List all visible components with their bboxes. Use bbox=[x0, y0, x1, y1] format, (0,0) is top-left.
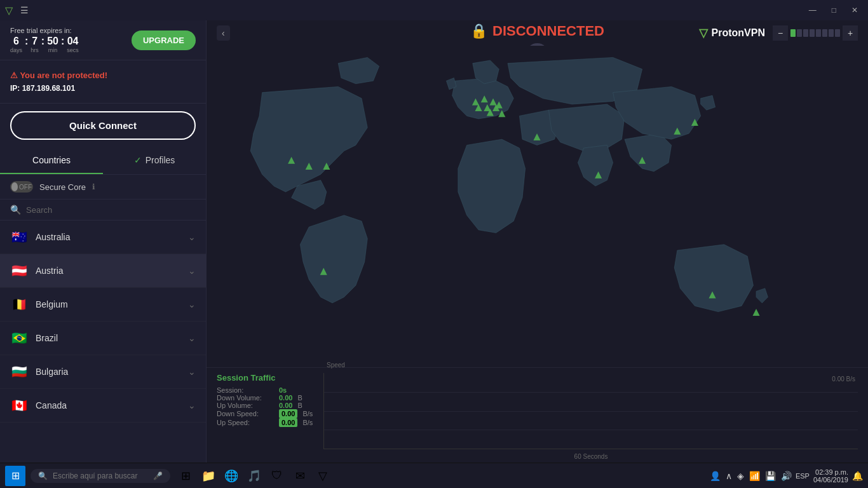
timer-sep3: : bbox=[61, 36, 64, 47]
brand-area: ▽ ProtonVPN − + bbox=[699, 25, 858, 41]
traffic-downspeed-row: Down Speed: 0.00 B/s bbox=[217, 409, 318, 418]
notification-icon[interactable]: 🔔 bbox=[852, 471, 863, 481]
window-controls: — □ ✕ bbox=[804, 3, 863, 17]
spotify-button[interactable]: 🎵 bbox=[244, 466, 264, 486]
taskbar-search-box[interactable]: 🔍 🎤 bbox=[31, 469, 170, 483]
svg-marker-19 bbox=[753, 309, 760, 316]
file-explorer-button[interactable]: 📁 bbox=[198, 466, 219, 486]
speed-chart: Session Traffic Session: 0s Down Volume:… bbox=[207, 367, 868, 463]
country-item-australia[interactable]: 🇦🇺 Australia ⌄ bbox=[0, 220, 206, 254]
status-section: ⚠ You are not protected! IP: 187.189.68.… bbox=[0, 60, 206, 104]
taskbar-clock: 02:39 p.m. 04/06/2019 bbox=[813, 468, 848, 484]
bulgaria-expand-icon[interactable]: ⌄ bbox=[188, 367, 196, 377]
zoom-seg2 bbox=[797, 29, 802, 37]
traffic-upspeed-row: Up Speed: 0.00 B/s bbox=[217, 418, 318, 427]
traffic-upvol-row: Up Volume: 0.00 B bbox=[217, 402, 318, 409]
upgrade-button[interactable]: UPGRADE bbox=[132, 30, 196, 50]
speed-axis-label: Speed bbox=[327, 362, 345, 369]
taskbar-search-input[interactable] bbox=[53, 471, 148, 480]
taskbar-apps: ⊞ 📁 🌐 🎵 🛡 ✉ ▽ bbox=[175, 466, 333, 486]
zoom-seg8 bbox=[835, 29, 840, 37]
people-icon[interactable]: 👤 bbox=[710, 471, 721, 481]
map-area[interactable] bbox=[207, 46, 868, 367]
zoom-minus-button[interactable]: − bbox=[773, 25, 788, 41]
disconnected-label: DISCONNECTED bbox=[492, 23, 604, 39]
maximize-button[interactable]: □ bbox=[827, 3, 841, 17]
hrs-number: 7 bbox=[32, 36, 37, 47]
country-item-brazil[interactable]: 🇧🇷 Brazil ⌄ bbox=[0, 322, 206, 355]
trial-bar: Free trial expires in: 6 days : 7 hrs : … bbox=[0, 20, 206, 60]
timer-days: 6 days bbox=[10, 36, 22, 53]
protonvpn-taskbar-button[interactable]: ▽ bbox=[313, 466, 333, 486]
austria-expand-icon[interactable]: ⌄ bbox=[188, 266, 196, 276]
taskbar-search-icon: 🔍 bbox=[38, 471, 48, 480]
search-input[interactable] bbox=[26, 205, 196, 215]
start-button[interactable]: ⊞ bbox=[5, 466, 25, 486]
downspeed-unit: B/s bbox=[302, 410, 313, 417]
tab-countries[interactable]: Countries bbox=[0, 147, 103, 174]
dropbox-icon[interactable]: ◈ bbox=[737, 471, 744, 481]
secure-core-toggle[interactable]: OFF bbox=[10, 181, 33, 193]
canada-expand-icon[interactable]: ⌄ bbox=[188, 400, 196, 410]
upvol-key: Up Volume: bbox=[217, 402, 274, 409]
belgium-name: Belgium bbox=[36, 299, 180, 309]
quick-connect-button[interactable]: Quick Connect bbox=[10, 111, 196, 140]
network-icon[interactable]: 📶 bbox=[749, 471, 760, 481]
mic-icon[interactable]: 🎤 bbox=[153, 471, 163, 480]
upvol-value: 0.00 bbox=[279, 402, 292, 409]
chevron-up-icon[interactable]: ∧ bbox=[726, 471, 732, 481]
menu-icon[interactable]: ☰ bbox=[20, 5, 29, 15]
volume-icon[interactable]: 🔊 bbox=[781, 471, 792, 481]
days-label: days bbox=[10, 47, 22, 53]
secure-core-toggle-row: OFF Secure Core ℹ bbox=[0, 175, 206, 200]
app1-button[interactable]: 🛡 bbox=[267, 466, 287, 486]
zoom-seg4 bbox=[810, 29, 815, 37]
zoom-plus-button[interactable]: + bbox=[843, 25, 858, 41]
grid-line-3 bbox=[324, 430, 858, 430]
task-view-button[interactable]: ⊞ bbox=[175, 466, 196, 486]
australia-flag: 🇦🇺 bbox=[10, 229, 28, 245]
tabs: Countries ✓ Profiles bbox=[0, 147, 206, 175]
secs-label: secs bbox=[67, 47, 79, 53]
upspeed-unit: B/s bbox=[302, 419, 313, 426]
right-top-bar: ‹ 🔒 DISCONNECTED ⌂ ▽ ProtonVPN − bbox=[207, 20, 868, 46]
australia-expand-icon[interactable]: ⌄ bbox=[188, 232, 196, 242]
collapse-button[interactable]: ‹ bbox=[217, 25, 230, 41]
austria-name: Austria bbox=[36, 266, 180, 276]
trial-timer: 6 days : 7 hrs : 50 min : 04 bbox=[10, 36, 79, 53]
right-panel: ‹ 🔒 DISCONNECTED ⌂ ▽ ProtonVPN − bbox=[207, 20, 868, 463]
ip-value: 187.189.68.101 bbox=[22, 84, 75, 93]
session-key: Session: bbox=[217, 386, 274, 394]
min-label: min bbox=[48, 47, 58, 53]
brazil-name: Brazil bbox=[36, 333, 180, 343]
firefox-button[interactable]: 🌐 bbox=[221, 466, 241, 486]
zoom-seg3 bbox=[803, 29, 808, 37]
secure-core-label: Secure Core bbox=[39, 182, 86, 192]
belgium-expand-icon[interactable]: ⌄ bbox=[188, 299, 196, 309]
minimize-button[interactable]: — bbox=[804, 3, 822, 17]
country-item-bulgaria[interactable]: 🇧🇬 Bulgaria ⌄ bbox=[0, 355, 206, 389]
info-icon[interactable]: ℹ bbox=[92, 182, 95, 191]
close-button[interactable]: ✕ bbox=[846, 3, 863, 17]
session-traffic-title: Session Traffic bbox=[217, 373, 318, 383]
downspeed-key: Down Speed: bbox=[217, 410, 274, 417]
zoom-seg7 bbox=[829, 29, 834, 37]
zoom-seg1 bbox=[790, 29, 796, 37]
toggle-knob bbox=[11, 182, 18, 191]
mail-button[interactable]: ✉ bbox=[290, 466, 310, 486]
country-list: 🇦🇺 Australia ⌄ 🇦🇹 Austria ⌄ 🇧🇪 Belgium ⌄… bbox=[0, 220, 206, 463]
brand-name: ProtonVPN bbox=[712, 27, 765, 39]
seconds-label: 60 Seconds bbox=[574, 453, 608, 460]
country-item-belgium[interactable]: 🇧🇪 Belgium ⌄ bbox=[0, 288, 206, 322]
austria-flag: 🇦🇹 bbox=[10, 263, 28, 278]
hrs-label: hrs bbox=[31, 47, 39, 53]
world-map bbox=[207, 46, 868, 367]
hdd-icon[interactable]: 💾 bbox=[765, 471, 776, 481]
search-icon: 🔍 bbox=[10, 205, 21, 215]
brazil-expand-icon[interactable]: ⌄ bbox=[188, 333, 196, 343]
tab-profiles[interactable]: ✓ Profiles bbox=[103, 147, 206, 174]
country-item-canada[interactable]: 🇨🇦 Canada ⌄ bbox=[0, 389, 206, 423]
country-item-austria[interactable]: 🇦🇹 Austria ⌄ bbox=[0, 254, 206, 288]
zoom-bar bbox=[790, 29, 840, 37]
traffic-downvol-row: Down Volume: 0.00 B bbox=[217, 394, 318, 402]
